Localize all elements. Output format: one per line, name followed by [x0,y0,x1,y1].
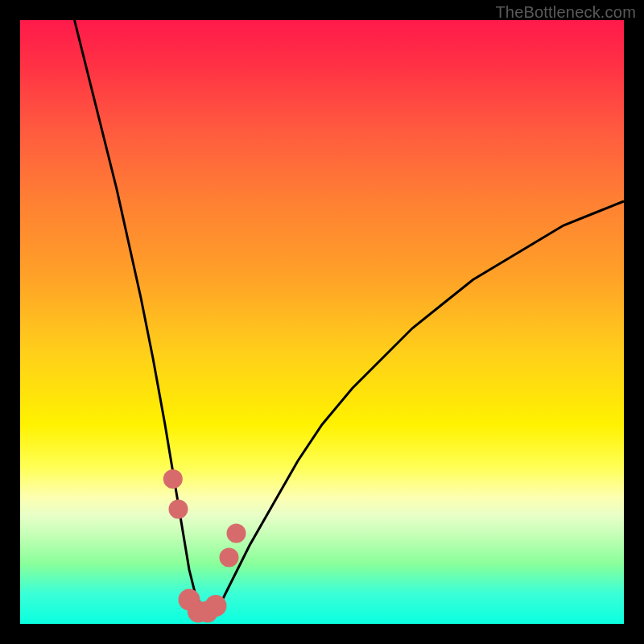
marker-right-upper [227,524,246,543]
marker-bottom-4 [205,595,227,617]
marker-left-lower [169,500,188,519]
chart-plot-area [20,20,624,624]
watermark-text: TheBottleneck.com [495,3,636,22]
bottleneck-curve [75,20,625,612]
marker-right-lower [220,548,239,568]
marker-left-upper [163,469,183,489]
chart-svg [20,20,624,624]
outer-frame: TheBottleneck.com [0,0,644,644]
